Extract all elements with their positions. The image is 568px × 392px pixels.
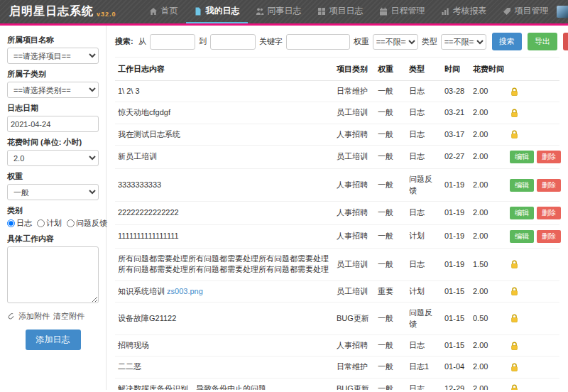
search-weight-select[interactable]: ==不限== [373, 34, 418, 50]
edit-button[interactable]: 编辑 [510, 230, 534, 243]
category-radio[interactable] [7, 219, 15, 227]
row-actions: 编辑删除 [507, 224, 559, 248]
log-category: 员工培训 [334, 281, 375, 302]
date-to-input[interactable] [210, 34, 256, 50]
row-actions [507, 303, 559, 335]
category-radio-option[interactable]: 计划 [37, 218, 62, 229]
log-table-body: 1\ 2\ 3 日常维护 一般 日志 03-28 2.00 惊天动地cfgdgf… [115, 81, 559, 391]
log-hours: 2.00 [470, 224, 507, 248]
edit-button[interactable]: 编辑 [510, 151, 534, 163]
log-weight: 一般 [375, 334, 406, 356]
subcategory-select[interactable]: ==请选择类别== [7, 82, 99, 98]
delete-button[interactable]: 删除 [537, 207, 561, 219]
project-label: 所属项目名称 [7, 35, 99, 45]
table-row: 3333333333 人事招聘 一般 问题反馈 01-19 2.00 编辑删除 [115, 169, 559, 202]
delete-button[interactable]: 删除 [537, 151, 561, 163]
category-radio-group: 日志 计划 问题反馈 [7, 218, 99, 229]
date-input[interactable] [7, 116, 99, 132]
log-type: 日志 [406, 81, 442, 102]
log-category: 人事招聘 [334, 124, 375, 145]
log-hours: 2.00 [470, 102, 507, 124]
delete-button[interactable]: 删除 [537, 179, 561, 192]
log-category: 日常维护 [334, 356, 375, 378]
table-row: 二二恶 日常维护 一般 日志1 01-04 2.00 [115, 356, 559, 378]
log-type: 日志1 [406, 356, 442, 378]
hours-label: 花费时间 (单位: 小时) [7, 137, 99, 148]
log-time: 01-04 [442, 356, 470, 378]
log-category: 员工培训 [334, 102, 375, 124]
row-actions: 编辑删除 [507, 201, 559, 224]
export-button[interactable]: 导出 [528, 33, 557, 50]
nav-item-schedule[interactable]: 日程管理 [371, 0, 433, 23]
add-log-sidebar: 所属项目名称 ==请选择项目== 所属子类别 ==请选择类别== 日志日期 花费… [0, 26, 106, 390]
table-row: 22222222222222 人事招聘 一般 日志 01-19 2.00 编辑删… [115, 201, 559, 224]
log-weight: 一般 [375, 124, 406, 145]
attachment-link[interactable]: zs003.png [167, 287, 203, 295]
log-time: 03-28 [442, 81, 470, 102]
nav-item-project-logs[interactable]: 项目日志 [310, 0, 371, 23]
category-radio[interactable] [37, 219, 45, 227]
row-actions: 编辑删除 [507, 169, 559, 202]
nav-item-home[interactable]: 首页 [141, 0, 186, 23]
main-nav: 首页 我的日志 同事日志 项目日志 日程管理 考核报表 项目管理 [141, 0, 557, 23]
log-type: 日志 [406, 124, 442, 145]
log-type: 问题反馈 [406, 303, 442, 335]
app-version: v32.0 [97, 11, 116, 18]
category-radio-label: 问题反馈 [76, 218, 107, 229]
weight-select[interactable]: 一般 [7, 184, 99, 200]
tag-icon [503, 7, 511, 16]
keyword-input[interactable] [286, 34, 350, 50]
app-logo: 启明星日志系统 v32.0 [0, 0, 126, 23]
header-right: 管理员 ▼ 手机版 [557, 0, 568, 23]
log-table: 工作日志内容 项目类别 权重 类型 时间 花费时间 1\ 2\ 3 日常维护 一… [115, 58, 559, 390]
nav-item-label: 项目管理 [515, 5, 549, 17]
delete-button[interactable]: 删除 [537, 230, 561, 243]
edit-button[interactable]: 编辑 [510, 207, 534, 219]
add-attachment-link[interactable]: 添加附件 [18, 311, 50, 322]
nav-item-label: 项目日志 [329, 5, 364, 17]
add-log-button[interactable]: 添加日志 [26, 330, 81, 350]
category-radio-option[interactable]: 日志 [7, 218, 32, 229]
category-radio-option[interactable]: 问题反馈 [67, 218, 107, 229]
nav-item-reports[interactable]: 考核报表 [433, 0, 495, 23]
lock-icon [510, 260, 519, 269]
search-type-select[interactable]: ==不限== [441, 34, 486, 50]
log-category: BUG更新 [334, 303, 375, 335]
hours-select[interactable]: 2.0 [7, 150, 99, 166]
log-hours: 2.00 [470, 169, 507, 202]
log-hours: 2.00 [470, 378, 507, 390]
nav-item-project-admin[interactable]: 项目管理 [495, 0, 557, 23]
clear-attachment-link[interactable]: 清空附件 [53, 311, 84, 322]
category-radio-label: 计划 [46, 218, 62, 229]
log-type: 日志 [406, 334, 442, 356]
content-textarea[interactable] [7, 246, 99, 303]
users-icon [256, 7, 264, 16]
log-weight: 一般 [375, 81, 406, 102]
nav-item-colleague-logs[interactable]: 同事日志 [248, 0, 310, 23]
table-row: 招聘现场 人事招聘 一般 日志 01-15 2.00 [115, 334, 559, 356]
chart-icon [441, 7, 449, 16]
lock-icon [510, 384, 519, 390]
date-from-input[interactable] [150, 34, 195, 50]
nav-item-label: 同事日志 [268, 5, 302, 17]
log-weight: 一般 [375, 201, 406, 224]
avatar [557, 6, 568, 18]
log-content: 解决数据库备份识别，导致备份中止的问题。 [118, 384, 274, 390]
table-header-row: 工作日志内容 项目类别 权重 类型 时间 花费时间 [115, 58, 559, 81]
date-label: 日志日期 [7, 103, 99, 114]
nav-item-my-logs[interactable]: 我的日志 [186, 0, 248, 23]
category-radio[interactable] [67, 219, 75, 227]
lock-icon [510, 287, 519, 296]
nav-item-label: 考核报表 [453, 5, 487, 17]
project-select[interactable]: ==请选择项目== [7, 48, 99, 64]
edit-button[interactable]: 编辑 [510, 179, 534, 192]
log-content: 知识系统培训 [118, 287, 165, 295]
calendar-view-button[interactable]: 日历一览 [563, 33, 568, 50]
search-button[interactable]: 搜索 [492, 33, 522, 50]
row-actions [507, 81, 559, 102]
log-category: 人事招聘 [334, 201, 375, 224]
row-actions [507, 124, 559, 145]
row-actions [507, 102, 559, 124]
weight-label: 权重 [7, 171, 99, 182]
app-title: 启明星日志系统 [9, 4, 94, 19]
